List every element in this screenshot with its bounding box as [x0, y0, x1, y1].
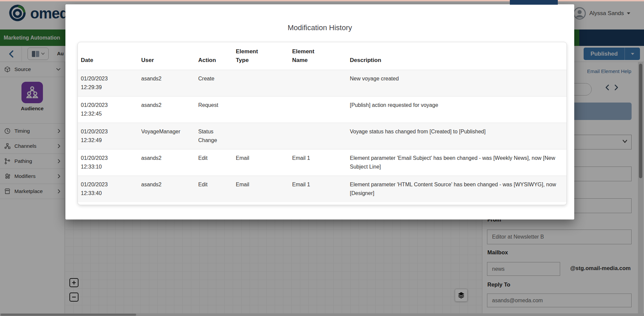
cell-action: Request	[195, 97, 233, 123]
cell-element-name	[289, 97, 347, 123]
cell-element-type: Email	[233, 176, 289, 202]
cell-user: asands2	[138, 97, 195, 123]
column-header-action: Action	[195, 52, 233, 70]
cell-description: [Publish] action requested for voyage	[347, 97, 567, 123]
cell-element-name	[289, 70, 347, 96]
table-row: 01/20/202312:32:45 asands2 Request [Publ…	[78, 96, 567, 123]
modification-history-modal: Modification History Date User Action El…	[65, 4, 574, 219]
cell-action: Edit	[195, 176, 233, 202]
cell-action: Create	[195, 70, 233, 96]
cell-user: asands2	[138, 70, 195, 96]
cell-action: Status Change	[195, 123, 233, 149]
column-header-element-type: Element Type	[233, 43, 289, 70]
cell-element-type	[233, 97, 289, 123]
cell-element-name: Email 1	[289, 149, 347, 176]
cell-element-type	[233, 70, 289, 96]
table-row: 01/20/202312:32:49 VoyageManager Status …	[78, 123, 567, 149]
table-row: 01/20/202312:33:10 asands2 Edit Email Em…	[78, 149, 567, 176]
cell-element-type	[233, 123, 289, 149]
cell-date: 01/20/202312:32:49	[78, 123, 138, 149]
table-row: 01/20/202312:29:39 asands2 Create New vo…	[78, 70, 567, 96]
table-row: 01/20/202312:33:40 asands2 Edit Email Em…	[78, 176, 567, 202]
top-navy-block	[510, 0, 558, 5]
column-header-user: User	[138, 52, 195, 70]
cell-description: Element parameter 'Email Subject' has be…	[347, 149, 567, 176]
cell-description: Element parameter 'HTML Content Source' …	[347, 176, 567, 202]
column-header-element-name: Element Name	[289, 43, 347, 70]
column-header-description: Description	[347, 52, 567, 70]
modal-title: Modification History	[65, 23, 574, 32]
cell-date: 01/20/202312:32:45	[78, 97, 138, 123]
cell-element-name: Email 1	[289, 176, 347, 202]
column-header-date: Date	[78, 52, 138, 70]
cell-user: asands2	[138, 176, 195, 202]
cell-user: asands2	[138, 149, 195, 176]
cell-date: 01/20/202312:29:39	[78, 70, 138, 96]
cell-description: Voyage status has changed from [Created]…	[347, 123, 567, 149]
cell-date: 01/20/202312:33:10	[78, 149, 138, 176]
modification-history-table: Date User Action Element Type Element Na…	[77, 42, 567, 205]
cell-action: Edit	[195, 149, 233, 176]
cell-element-name	[289, 123, 347, 149]
cell-element-type: Email	[233, 149, 289, 176]
cell-description: New voyage created	[347, 70, 567, 96]
cell-date: 01/20/202312:33:40	[78, 176, 138, 202]
table-header-row: Date User Action Element Type Element Na…	[78, 42, 567, 70]
cell-user: VoyageManager	[138, 123, 195, 149]
